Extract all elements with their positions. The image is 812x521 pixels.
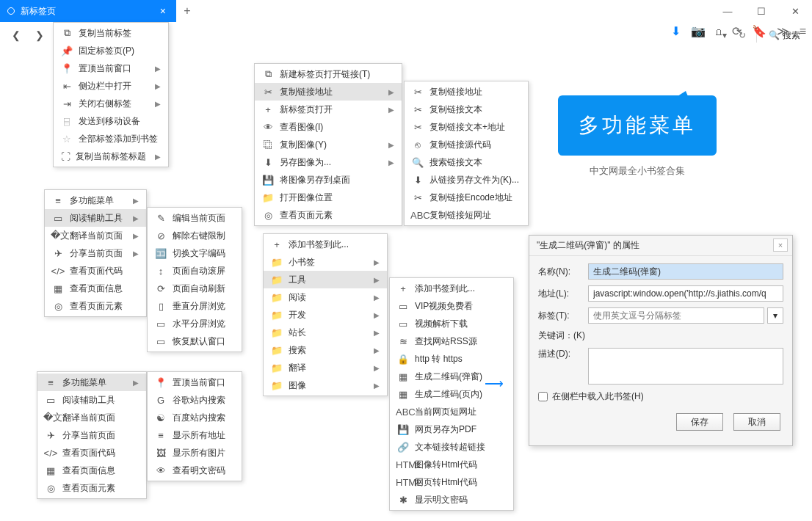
menu-item[interactable]: ≡多功能菜单▶ [45, 192, 146, 209]
menu-item[interactable]: 📁搜索▶ [264, 341, 387, 359]
window-maximize-button[interactable]: ☐ [744, 0, 778, 22]
menu-item[interactable]: 📁翻译▶ [264, 359, 387, 376]
menu-item[interactable]: 📁站长▶ [264, 324, 387, 341]
menu-item[interactable]: ✂复制链接地址 [405, 83, 528, 101]
menu-item[interactable]: 🔍搜索链接文本 [405, 153, 528, 171]
menu-item[interactable]: 🈁切换文字编码 [148, 244, 242, 262]
menu-item[interactable]: ⟳页面自动刷新 [148, 280, 242, 297]
menu-item[interactable]: 💾将图像另存到桌面 [255, 171, 402, 189]
menu-item[interactable]: ☯百度站内搜索 [148, 409, 242, 426]
menu-item[interactable]: G谷歌站内搜索 [148, 391, 242, 409]
menu-item[interactable]: ↕页面自动滚屏 [148, 262, 242, 280]
forward-button[interactable]: ❯ [29, 25, 50, 45]
window-minimize-button[interactable]: — [711, 0, 744, 22]
menu-item[interactable]: ◎查看页面元素 [37, 479, 146, 497]
menu-item[interactable]: ⌸发送到移动设备 [54, 112, 168, 130]
menu-item[interactable]: ▭恢复默认窗口 [148, 332, 242, 350]
menu-item[interactable]: 🔒http 转 https [390, 350, 513, 368]
menu-item[interactable]: �文翻译当前页面▶ [45, 227, 146, 244]
menu-item[interactable]: ⛶复制当前标签标题▶ [54, 147, 168, 165]
menu-item[interactable]: ✎编辑当前页面 [148, 209, 242, 227]
save-button[interactable]: 保存 [676, 413, 723, 431]
extension-icon[interactable]: ⩍ [716, 25, 722, 38]
menu-item[interactable]: </>查看页面代码 [45, 262, 146, 280]
menu-item[interactable]: ⧉复制当前标签 [54, 24, 168, 42]
menu-icon[interactable]: ≡ [800, 25, 806, 38]
download-icon[interactable]: ⬇ [671, 24, 681, 38]
menu-item[interactable]: ◎查看页面元素 [255, 206, 402, 224]
menu-item[interactable]: 👁查看明文密码 [148, 462, 242, 479]
tab-close-button[interactable]: × [157, 5, 169, 17]
menu-item[interactable]: ✈分享当前页面▶ [45, 244, 146, 262]
menu-item[interactable]: HTML图像转Html代码 [390, 456, 513, 473]
menu-item[interactable]: ✂复制链接Encode地址 [405, 189, 528, 206]
menu-item[interactable]: </>查看页面代码 [37, 444, 146, 462]
menu-item[interactable]: ABC复制链接短网址 [405, 206, 528, 224]
menu-item[interactable]: 📁打开图像位置 [255, 189, 402, 206]
menu-item[interactable]: 🔗文本链接转超链接 [390, 438, 513, 456]
menu-item[interactable]: ✱显示明文密码 [390, 491, 513, 509]
menu-item[interactable]: 📁开发▶ [264, 306, 387, 324]
sync-icon[interactable]: ⟳ [732, 24, 742, 38]
back-button[interactable]: ❮ [6, 25, 26, 45]
menu-item[interactable]: +新标签页打开▶ [255, 101, 402, 118]
menu-item[interactable]: 🖼显示所有图片 [148, 444, 242, 462]
menu-item[interactable]: ✂复制链接文本+地址 [405, 118, 528, 136]
overflow-icon[interactable]: ≫ [777, 24, 789, 38]
menu-item[interactable]: ⧉新建标签页打开链接(T) [255, 65, 402, 83]
menu-item[interactable]: ✂复制链接文本 [405, 101, 528, 118]
menu-item-icon: ◎ [43, 483, 58, 494]
bookmark-icon[interactable]: 🔖 [752, 24, 766, 38]
menu-item[interactable]: ▭水平分屏浏览 [148, 315, 242, 332]
menu-item[interactable]: 📌固定标签页(P) [54, 42, 168, 59]
menu-item-label: 解除右键限制 [173, 230, 234, 242]
menu-item[interactable]: ≡多功能菜单▶ [37, 374, 146, 391]
description-input[interactable] [588, 348, 783, 385]
menu-item[interactable]: HTML网页转Html代码 [390, 473, 513, 491]
menu-item[interactable]: ⇤侧边栏中打开▶ [54, 77, 168, 95]
menu-item[interactable]: ✂复制链接地址▶ [255, 83, 402, 101]
menu-item[interactable]: ▯垂直分屏浏览 [148, 297, 242, 315]
menu-item[interactable]: ▦查看页面信息 [37, 462, 146, 479]
menu-item-icon: ◎ [261, 210, 275, 221]
menu-item[interactable]: 📁图像▶ [264, 376, 387, 394]
address-input[interactable] [588, 285, 783, 302]
browser-tab[interactable]: 新标签页 × [0, 0, 176, 22]
menu-item[interactable]: 📍置顶当前窗口▶ [54, 59, 168, 77]
menu-item[interactable]: ⬇另存图像为...▶ [255, 153, 402, 171]
menu-item[interactable]: ≋查找网站RSS源 [390, 332, 513, 350]
menu-item[interactable]: +添加书签到此... [390, 280, 513, 297]
menu-item[interactable]: ▭阅读辅助工具 [37, 391, 146, 409]
name-input[interactable] [588, 263, 783, 280]
menu-item[interactable]: ▦查看页面信息 [45, 280, 146, 297]
sidebar-checkbox[interactable] [538, 392, 548, 401]
menu-item[interactable]: ABC当前网页短网址 [390, 403, 513, 420]
menu-item[interactable]: 📍置顶当前窗口 [148, 374, 242, 391]
menu-item[interactable]: �文翻译当前页面 [37, 409, 146, 426]
menu-item[interactable]: 💾网页另存为PDF [390, 420, 513, 438]
menu-item[interactable]: 📁工具▶ [264, 271, 387, 288]
menu-item[interactable]: ◎查看页面元素 [45, 297, 146, 315]
menu-item[interactable]: ≡显示所有地址 [148, 426, 242, 444]
tags-input[interactable] [588, 307, 764, 324]
menu-item[interactable]: ⊘解除右键限制 [148, 227, 242, 244]
menu-item[interactable]: ⎋复制链接源代码 [405, 136, 528, 153]
menu-item[interactable]: ☆全部标签添加到书签 [54, 130, 168, 147]
new-tab-button[interactable]: + [176, 0, 198, 22]
menu-item[interactable]: +添加书签到此... [264, 236, 387, 253]
menu-item[interactable]: ⬇从链接另存文件为(K)... [405, 171, 528, 189]
menu-item[interactable]: ⇥关闭右侧标签▶ [54, 95, 168, 112]
menu-item[interactable]: 👁查看图像(I) [255, 118, 402, 136]
dialog-close-button[interactable]: × [773, 238, 788, 252]
menu-item[interactable]: ▭阅读辅助工具▶ [45, 209, 146, 227]
menu-item[interactable]: 📁阅读▶ [264, 288, 387, 306]
tags-dropdown[interactable]: ▾ [767, 307, 783, 324]
cancel-button[interactable]: 取消 [733, 413, 780, 431]
menu-item[interactable]: ⿻复制图像(Y)▶ [255, 136, 402, 153]
menu-item[interactable]: ▭VIP视频免费看 [390, 297, 513, 315]
menu-item[interactable]: ▭视频解析下载 [390, 315, 513, 332]
screenshot-icon[interactable]: 📷 [691, 24, 706, 38]
window-close-button[interactable]: ✕ [778, 0, 812, 22]
menu-item[interactable]: 📁小书签▶ [264, 253, 387, 271]
menu-item[interactable]: ✈分享当前页面 [37, 426, 146, 444]
